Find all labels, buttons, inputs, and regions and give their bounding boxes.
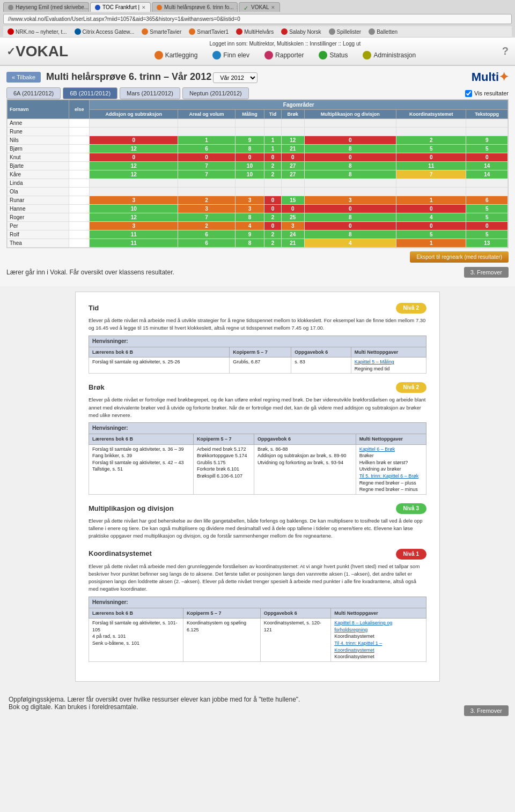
bookmark-icon-smartetavier <box>142 28 148 35</box>
vokal-nav: Kartlegging Finn elev Rapporter Status A… <box>150 49 421 62</box>
bookmark-smartetavier[interactable]: SmarteTavier <box>139 28 183 35</box>
doc-tid-niveau: Nivå 2 <box>396 303 426 314</box>
score-cell: 9 <box>235 230 264 239</box>
empty-cell <box>178 179 236 188</box>
empty-cell <box>178 188 236 196</box>
table-row: Per32403000 <box>8 222 508 230</box>
doc-tid-henvis: Henvisninger: <box>89 336 426 347</box>
doc-brok-henvis: Henvisninger: <box>89 423 426 434</box>
score-cell: 2 <box>264 230 281 239</box>
score-cell: 0 <box>264 153 281 162</box>
address-bar[interactable]: //www.vokal.no/Evaluation/UserList.aspx?… <box>3 14 512 24</box>
score-cell: 4 <box>304 239 396 248</box>
empty-cell <box>282 128 305 136</box>
doc-brok-link1[interactable]: Kapittel 6 – Brøk <box>359 446 395 452</box>
browser-tabs: Høyseng Emil (med skrivebe... ✕ TOC Fran… <box>3 2 512 12</box>
doc-section-multi-header: Multiplikasjon og divisjon Nivå 3 <box>89 503 426 514</box>
empty-cell <box>90 179 178 188</box>
tab-label-1: Høyseng Emil (med skrivebe... <box>16 4 89 10</box>
score-cell: 7 <box>178 170 236 179</box>
score-cell: 8 <box>304 213 396 222</box>
tab-1[interactable]: Høyseng Emil (med skrivebe... ✕ <box>3 2 89 12</box>
tab-close-2[interactable]: ✕ <box>142 5 146 10</box>
nav-rapporter-label: Rapporter <box>275 51 304 59</box>
score-cell: 8 <box>304 145 396 153</box>
empty-cell <box>304 128 396 136</box>
tab-mars[interactable]: Mars (2011/2012) <box>120 87 180 99</box>
nav-administrasjon[interactable]: Administrasjon <box>358 49 420 62</box>
back-button[interactable]: « Tilbake <box>6 72 41 83</box>
doc-koord-link1[interactable]: Kapittel 8 – Lokalisering og forholdsreg… <box>334 620 392 632</box>
score-cell: 12 <box>90 170 178 179</box>
doc-koord-link2[interactable]: Til 4. trinn: Kapittel 1 – Koordinatsyst… <box>334 640 382 653</box>
tab-label-3: Multi helårsprøve 6. trinn fo... <box>164 4 234 10</box>
nav-finn[interactable]: Finn elev <box>208 49 254 62</box>
nav-rapporter[interactable]: Rapporter <box>260 49 308 62</box>
bookmark-salaby[interactable]: Salaby Norsk <box>279 28 323 35</box>
table-row: Nils019112029 <box>8 136 508 145</box>
bookmark-citrix[interactable]: Citrix Access Gatew... <box>72 28 137 35</box>
bottom-note-text2: Bok og digitale. Kan brukes i foreldresa… <box>9 703 300 711</box>
page-title: Multi helårsprøve 6. trinn – Vår 2012 <box>46 71 211 82</box>
nav-status-label: Status <box>329 51 348 59</box>
tab-2[interactable]: TOC Frankfurt | ✕ <box>90 2 151 12</box>
doc-brok-link2[interactable]: Til 5. trinn: Kapittel 6 – Brøk <box>359 473 419 479</box>
empty-cell <box>466 179 508 188</box>
doc-brok-col4: Multi Nettoppgaver <box>356 434 426 445</box>
score-cell: 3 <box>235 205 264 213</box>
doc-brok-col3: Oppgavebok 6 <box>254 434 356 445</box>
score-cell: 12 <box>90 145 178 153</box>
vis-resultater-checkbox[interactable] <box>465 90 472 97</box>
score-cell: 5 <box>396 145 466 153</box>
doc-tid-link[interactable]: Kapittel 5 – Måling <box>355 359 394 364</box>
student-name: Ola <box>8 188 69 196</box>
bookmark-smarttavier1[interactable]: SmartTavier1 <box>187 28 231 35</box>
else-cell <box>69 170 90 179</box>
bookmark-multihelv[interactable]: MultiHelvårs <box>234 28 276 35</box>
export-button[interactable]: Eksport til regneark (med resultater) <box>410 251 509 263</box>
doc-section-tid-header: Tid Nivå 2 <box>89 303 426 314</box>
student-name: Runar <box>8 196 69 205</box>
empty-cell <box>235 128 264 136</box>
score-cell: 0 <box>466 222 508 230</box>
bookmark-spillelister[interactable]: Spillelister <box>327 28 364 35</box>
tab-neptun[interactable]: Neptun (2011/2012) <box>182 87 249 99</box>
score-cell: 27 <box>282 170 305 179</box>
score-cell: 11 <box>396 162 466 170</box>
doc-tid-r1c3: s. 83 <box>291 357 351 374</box>
fremover-badge-1: 3. Fremover <box>464 267 509 278</box>
empty-cell <box>90 188 178 196</box>
tab-4[interactable]: ✓ VOKAL ✕ <box>239 2 280 12</box>
tab-6a[interactable]: 6A (2011/2012) <box>6 87 61 99</box>
help-button[interactable]: ? <box>502 45 509 57</box>
score-cell: 14 <box>466 170 508 179</box>
doc-section-koord: Koordinatsystemet Nivå 1 Elever på dette… <box>89 549 426 662</box>
nav-status[interactable]: Status <box>314 49 352 62</box>
tabs-group: 6A (2011/2012) 6B (2011/2012) Mars (2011… <box>6 87 249 99</box>
else-cell <box>69 162 90 170</box>
nav-administrasjon-label: Administrasjon <box>373 51 416 59</box>
tab-6b[interactable]: 6B (2011/2012) <box>63 87 117 99</box>
score-cell: 3 <box>304 196 396 205</box>
empty-cell <box>178 128 236 136</box>
empty-cell <box>282 188 305 196</box>
doc-multi-desc: Elever på dette nivået har god beherskel… <box>89 517 426 540</box>
score-cell: 0 <box>264 205 281 213</box>
nav-kartlegging[interactable]: Kartlegging <box>150 49 202 62</box>
empty-cell <box>396 119 466 128</box>
doc-koord-table: Henvisninger: Lærerens bok 6 B Kopiperm … <box>89 597 426 662</box>
bookmark-balletten[interactable]: Balletten <box>366 28 400 35</box>
score-cell: 27 <box>282 162 305 170</box>
vokal-app: ✓ VOKAL Logget inn som: Multirektor, Mul… <box>0 38 515 286</box>
score-cell: 0 <box>396 222 466 230</box>
tab-3[interactable]: Multi helårsprøve 6. trinn fo... ✕ <box>152 2 238 12</box>
tab-close-4[interactable]: ✕ <box>271 5 275 10</box>
export-row: Eksport til regneark (med resultater) <box>6 251 509 263</box>
vis-resultater[interactable]: Vis resultater <box>465 90 509 97</box>
bookmark-nrk[interactable]: NRK.no – nyheter, t... <box>5 28 69 35</box>
student-name: Bjørn <box>8 145 69 153</box>
year-select[interactable]: Vår 2012 <box>213 72 258 83</box>
tab-close-3[interactable]: ✕ <box>236 5 238 10</box>
doc-section-koord-header: Koordinatsystemet Nivå 1 <box>89 549 426 560</box>
col-fagomrader: Fagområder <box>90 100 508 110</box>
